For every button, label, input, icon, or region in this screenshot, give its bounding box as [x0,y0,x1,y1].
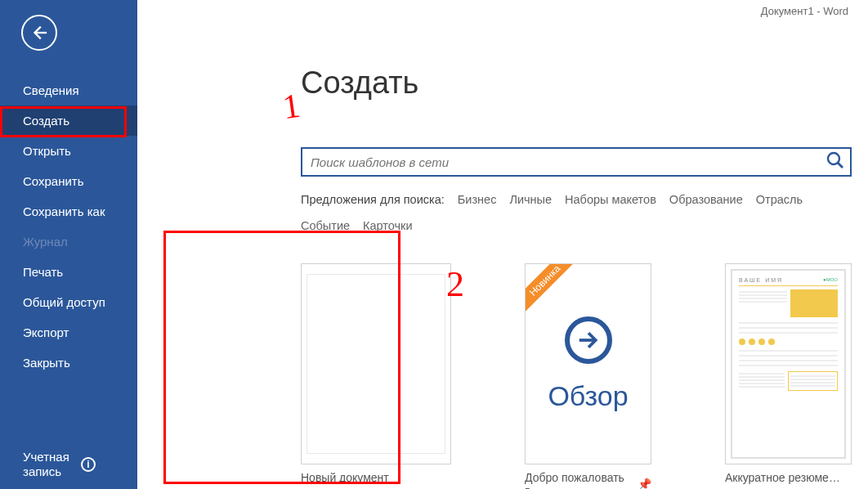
template-caption: Новый документ [301,471,451,484]
suggestion-link[interactable]: Событие [301,219,350,232]
template-thumb: ВАШЕ ИМЯ ●MOO [725,263,852,464]
resume-name-label: ВАШЕ ИМЯ [739,277,783,283]
svg-line-2 [838,163,843,168]
annotation-two: 2 [446,263,464,305]
suggestion-link[interactable]: Бизнес [458,193,497,206]
nav-item-save[interactable]: Сохранить [0,166,137,196]
resume-brand-label: ●MOO [823,277,838,283]
suggestion-link[interactable]: Наборы макетов [565,193,656,206]
nav-item-close[interactable]: Закрыть [0,348,137,378]
svg-point-1 [828,153,839,164]
suggestion-link[interactable]: Образование [669,193,743,206]
nav-item-save-as[interactable]: Сохранить как [0,196,137,227]
tour-arrow-icon [565,316,612,364]
tour-label: Обзор [548,380,628,412]
arrow-left-icon [30,24,48,42]
nav-item-info[interactable]: Сведения [0,75,137,105]
template-card-blank[interactable]: Новый документ [301,263,451,489]
main-area: Документ1 - Word Создать Предложения для… [137,0,868,489]
suggestions-label: Предложения для поиска: [301,193,445,206]
nav-item-new[interactable]: Создать [0,105,137,136]
nav-item-print[interactable]: Печать [0,257,137,287]
window-title: Документ1 - Word [761,5,848,17]
nav-item-export[interactable]: Экспорт [0,317,137,348]
template-card-resume[interactable]: ВАШЕ ИМЯ ●MOO [725,263,852,489]
pin-icon[interactable]: 📌 [638,478,651,489]
account-label: Учетная запись [23,450,69,479]
nav-item-history: Журнал [0,227,137,257]
suggestion-link[interactable]: Карточки [363,219,412,232]
template-search-box[interactable] [301,147,852,177]
suggestion-link[interactable]: Личные [509,193,552,206]
template-thumb: Новинка Обзор [525,263,651,464]
annotation-one: 1 [280,86,302,127]
nav-list: Сведения Создать Открыть Сохранить Сохра… [0,75,137,378]
backstage-sidebar: Сведения Создать Открыть Сохранить Сохра… [0,0,137,489]
template-caption: Добро пожаловать в… [525,471,633,489]
template-gallery: Новый документ Новинка Обзор Добро пожал… [301,263,852,489]
template-search-input[interactable] [311,155,825,169]
back-button[interactable] [21,15,57,51]
template-caption: Аккуратное резюме… [725,471,852,484]
suggestion-link[interactable]: Отрасль [756,193,803,206]
account-row[interactable]: Учетная запись i [23,450,96,479]
search-icon[interactable] [825,150,845,173]
new-ribbon: Новинка [525,263,582,317]
nav-item-open[interactable]: Открыть [0,136,137,166]
template-thumb [301,263,451,464]
nav-item-share[interactable]: Общий доступ [0,287,137,317]
page-title: Создать [301,65,418,101]
template-card-tour[interactable]: Новинка Обзор Добро пожаловать в… 📌 [525,263,651,489]
info-icon[interactable]: i [81,457,96,472]
search-suggestions: Предложения для поиска: Бизнес Личные На… [301,193,852,232]
